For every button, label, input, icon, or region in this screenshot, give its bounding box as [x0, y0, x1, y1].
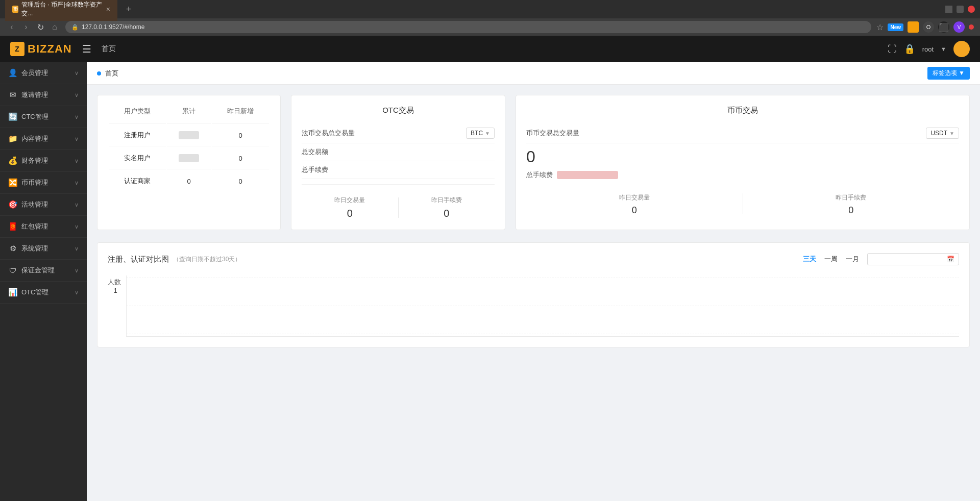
table-row: 认证商家 0 0 [109, 170, 269, 192]
fullscreen-icon[interactable]: ⛶ [888, 44, 897, 55]
time-btn-1month[interactable]: 一月 [846, 255, 859, 264]
grid-line-2 [127, 306, 959, 306]
sidebar-item-member[interactable]: 👤 会员管理 ∨ [0, 62, 87, 84]
sidebar-item-finance[interactable]: 💰 财务管理 ∨ [0, 150, 87, 172]
breadcrumb-label: 首页 [105, 69, 118, 78]
sidebar-label-margin: 保证金管理 [21, 266, 70, 275]
sidebar-label-invite: 邀请管理 [21, 90, 70, 99]
sidebar-arrow-ctc: ∨ [75, 114, 79, 120]
sidebar-item-coin[interactable]: 🔀 币币管理 ∨ [0, 172, 87, 194]
table-row: 注册用户 ████ 0 [109, 124, 269, 146]
sidebar-item-otc[interactable]: 📊 OTC管理 ∨ [0, 282, 87, 304]
otc-yesterday-fee-value: 0 [399, 208, 495, 219]
coin-currency-select[interactable]: USDT ▼ [926, 128, 959, 139]
sidebar-item-system[interactable]: ⚙ 系统管理 ∨ [0, 238, 87, 260]
user-label[interactable]: root [922, 45, 934, 53]
chart-grid [127, 275, 959, 336]
row-cumulative-registered: ████ [167, 124, 211, 146]
user-avatar[interactable] [953, 41, 970, 57]
time-btn-3day[interactable]: 三天 [803, 255, 816, 264]
close-button[interactable] [968, 6, 975, 13]
tab-title: 管理后台 · 币严|全球数字资产交... [21, 1, 103, 18]
redpacket-icon: 🧧 [8, 222, 17, 231]
sidebar-item-activity[interactable]: 🎯 活动管理 ∨ [0, 194, 87, 216]
refresh-button[interactable]: ↻ [35, 22, 46, 32]
bookmark-icon[interactable]: ☆ [876, 22, 884, 32]
otc-currency-select[interactable]: BTC ▼ [466, 128, 495, 139]
ctc-icon: 🔄 [8, 112, 17, 121]
ext-avatar[interactable]: V [953, 21, 965, 33]
url-box[interactable]: 🔒 127.0.0.1:9527/#/home [65, 21, 871, 33]
breadcrumb-action-button[interactable]: 标签选项 ▼ [927, 67, 970, 80]
coin-yesterday-volume-value: 0 [526, 205, 743, 216]
system-icon: ⚙ [8, 244, 17, 253]
lock-nav-icon[interactable]: 🔒 [904, 43, 915, 55]
url-text: 127.0.0.1:9527/#/home [82, 23, 144, 31]
sidebar-arrow-activity: ∨ [75, 202, 79, 208]
chart-controls: 三天 一周 一月 📅 [803, 253, 959, 265]
sidebar-item-margin[interactable]: 🛡 保证金管理 ∨ [0, 260, 87, 282]
member-icon: 👤 [8, 68, 17, 78]
back-button[interactable]: ‹ [6, 22, 17, 32]
coin-divider [526, 188, 959, 188]
otc-yesterday-fee-label: 昨日手续费 [399, 196, 495, 205]
home-link[interactable]: 首页 [102, 44, 116, 54]
notification-dot [969, 24, 974, 30]
chart-y-axis: 人数 1 [108, 275, 121, 294]
user-dropdown-arrow[interactable]: ▼ [941, 46, 946, 52]
maximize-button[interactable] [957, 6, 964, 13]
otc-yesterday-volume-stat: 昨日交易量 0 [302, 196, 398, 219]
nav-buttons: ‹ › ↻ ⌂ [6, 22, 60, 32]
otc-card: OTC交易 法币交易总交易量 BTC ▼ 总交易额 总手续费 [291, 95, 505, 230]
ext2-icon[interactable]: O [923, 21, 934, 33]
ext3-icon[interactable]: ⬛ [938, 21, 949, 33]
home-nav-button[interactable]: ⌂ [49, 22, 60, 32]
row-cumulative-verified: ████ [167, 147, 211, 169]
margin-icon: 🛡 [8, 266, 17, 275]
sidebar-item-invite[interactable]: ✉ 邀请管理 ∨ [0, 84, 87, 106]
forward-button[interactable]: › [20, 22, 32, 32]
coin-card-title: 币币交易 [526, 106, 959, 115]
otc-volume-label: 法币交易总交易量 [302, 129, 466, 138]
chart-canvas [126, 275, 959, 337]
logo-icon: Z [10, 42, 24, 56]
ext1-icon[interactable] [908, 21, 919, 33]
user-stats-table: 用户类型 累计 昨日新增 注册用户 ████ 0 [108, 106, 270, 193]
sidebar-item-ctc[interactable]: 🔄 CTC管理 ∨ [0, 106, 87, 128]
new-tab-button[interactable]: + [121, 2, 136, 16]
sidebar-arrow-system: ∨ [75, 245, 79, 252]
otc-amount-label: 总交易额 [302, 147, 495, 157]
minimize-button[interactable] [945, 6, 952, 13]
sidebar-arrow-margin: ∨ [75, 267, 79, 274]
otc-yesterday-volume-value: 0 [302, 208, 398, 219]
sidebar-arrow-coin: ∨ [75, 180, 79, 186]
tab-close-button[interactable]: × [106, 5, 110, 13]
sidebar-arrow-redpacket: ∨ [75, 223, 79, 230]
sidebar-item-content[interactable]: 📁 内容管理 ∨ [0, 128, 87, 150]
otc-currency-value: BTC [471, 130, 483, 137]
browser-actions: ☆ New O ⬛ V [876, 21, 974, 33]
time-btn-1week[interactable]: 一周 [824, 255, 838, 264]
coin-icon: 🔀 [8, 178, 17, 187]
browser-chrome: 币 管理后台 · 币严|全球数字资产交... × + [0, 0, 980, 18]
coin-fee-row: 总手续费 [526, 170, 959, 180]
active-tab[interactable]: 币 管理后台 · 币严|全球数字资产交... × [5, 0, 117, 21]
row-yesterday-verified: 0 [212, 147, 269, 169]
row-cumulative-merchant: 0 [167, 170, 211, 192]
grid-line-1 [127, 278, 959, 278]
address-bar: ‹ › ↻ ⌂ 🔒 127.0.0.1:9527/#/home ☆ New O … [0, 18, 980, 36]
col-cumulative: 累计 [167, 107, 211, 123]
logo-text: BIZZAN [28, 42, 72, 56]
breadcrumb-action-label: 标签选项 ▼ [933, 69, 965, 78]
coin-yesterday-volume-label: 昨日交易量 [526, 193, 743, 202]
table-row: 实名用户 ████ 0 [109, 147, 269, 169]
new-badge: New [888, 23, 903, 31]
hamburger-menu[interactable]: ☰ [82, 43, 91, 55]
otc-amount-row: 总交易额 [302, 143, 495, 161]
sidebar-item-redpacket[interactable]: 🧧 红包管理 ∨ [0, 216, 87, 238]
coin-currency-arrow: ▼ [949, 131, 954, 136]
date-range-input[interactable]: 📅 [867, 253, 959, 265]
chart-subtitle: （查询日期不超过30天） [173, 255, 241, 264]
row-label-registered: 注册用户 [109, 124, 166, 146]
coin-yesterday-fee-label: 昨日手续费 [743, 193, 960, 202]
